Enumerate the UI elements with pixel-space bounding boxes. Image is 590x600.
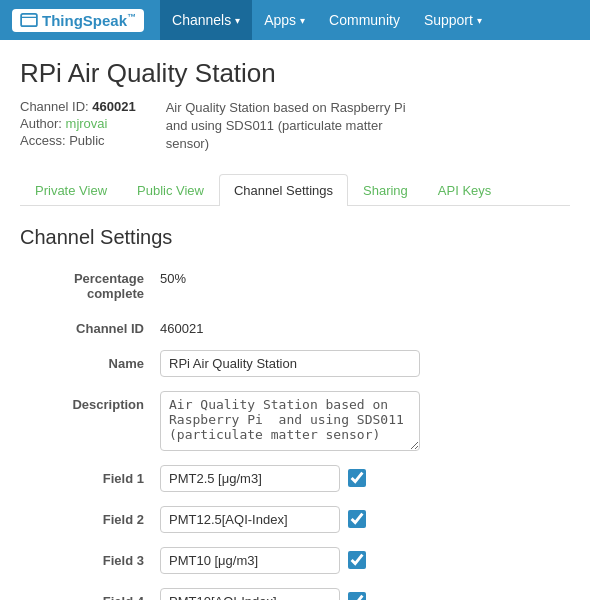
nav-channels-label: Channels: [172, 12, 231, 28]
channel-id-line: Channel ID: 460021: [20, 99, 136, 114]
field3-controls: [160, 547, 366, 574]
field2-controls: [160, 506, 366, 533]
field4-label: Field 4: [20, 588, 160, 600]
logo-icon: [20, 13, 38, 27]
field3-label: Field 3: [20, 547, 160, 568]
nav-support[interactable]: Support ▾: [412, 0, 494, 40]
name-input[interactable]: [160, 350, 420, 377]
meta-left: Channel ID: 460021 Author: mjrovai Acces…: [20, 99, 136, 154]
settings-form: Percentagecomplete 50% Channel ID 460021…: [20, 265, 570, 600]
channel-id-value: 460021: [92, 99, 135, 114]
logo-text: ThingSpeak™: [42, 12, 136, 29]
page-title: RPi Air Quality Station: [20, 58, 570, 89]
field2-input[interactable]: [160, 506, 340, 533]
field2-label: Field 2: [20, 506, 160, 527]
field1-row: Field 1: [20, 465, 570, 492]
main-content: RPi Air Quality Station Channel ID: 4600…: [0, 40, 590, 600]
field1-label: Field 1: [20, 465, 160, 486]
field1-input[interactable]: [160, 465, 340, 492]
field4-input[interactable]: [160, 588, 340, 600]
nav-community[interactable]: Community: [317, 0, 412, 40]
nav-apps[interactable]: Apps ▾: [252, 0, 317, 40]
percentage-value: 50%: [160, 265, 186, 286]
tab-api-keys[interactable]: API Keys: [423, 174, 506, 206]
tab-sharing[interactable]: Sharing: [348, 174, 423, 206]
field2-row: Field 2: [20, 506, 570, 533]
channel-id-row: Channel ID 460021: [20, 315, 570, 336]
name-row: Name: [20, 350, 570, 377]
author-label: Author:: [20, 116, 62, 131]
meta-description: Air Quality Station based on Raspberry P…: [166, 99, 426, 154]
navbar: ThingSpeak™ Channels ▾ Apps ▾ Community …: [0, 0, 590, 40]
logo[interactable]: ThingSpeak™: [12, 9, 144, 32]
field2-checkbox[interactable]: [348, 510, 366, 528]
description-row: Description: [20, 391, 570, 451]
svg-rect-0: [21, 14, 37, 26]
access-line: Access: Public: [20, 133, 136, 148]
nav-channels-caret: ▾: [235, 15, 240, 26]
percentage-row: Percentagecomplete 50%: [20, 265, 570, 301]
tab-public-view[interactable]: Public View: [122, 174, 219, 206]
field3-row: Field 3: [20, 547, 570, 574]
nav-community-label: Community: [329, 12, 400, 28]
section-title: Channel Settings: [20, 226, 570, 249]
access-label: Access:: [20, 133, 66, 148]
channel-id-field-value: 460021: [160, 315, 203, 336]
percentage-label: Percentagecomplete: [20, 265, 160, 301]
author-line: Author: mjrovai: [20, 116, 136, 131]
field3-checkbox[interactable]: [348, 551, 366, 569]
field4-controls: [160, 588, 366, 600]
nav-support-label: Support: [424, 12, 473, 28]
field1-checkbox[interactable]: [348, 469, 366, 487]
field4-row: Field 4: [20, 588, 570, 600]
access-value: Public: [69, 133, 104, 148]
tab-channel-settings[interactable]: Channel Settings: [219, 174, 348, 206]
field3-input[interactable]: [160, 547, 340, 574]
nav-apps-label: Apps: [264, 12, 296, 28]
nav-support-caret: ▾: [477, 15, 482, 26]
field4-checkbox[interactable]: [348, 592, 366, 600]
description-label: Description: [20, 391, 160, 412]
channel-id-label: Channel ID:: [20, 99, 89, 114]
channel-id-field-label: Channel ID: [20, 315, 160, 336]
tab-private-view[interactable]: Private View: [20, 174, 122, 206]
description-textarea[interactable]: [160, 391, 420, 451]
name-label: Name: [20, 350, 160, 371]
nav-channels[interactable]: Channels ▾: [160, 0, 252, 40]
author-link[interactable]: mjrovai: [66, 116, 108, 131]
meta-section: Channel ID: 460021 Author: mjrovai Acces…: [20, 99, 570, 154]
field1-controls: [160, 465, 366, 492]
tabs: Private View Public View Channel Setting…: [20, 174, 570, 206]
nav-apps-caret: ▾: [300, 15, 305, 26]
